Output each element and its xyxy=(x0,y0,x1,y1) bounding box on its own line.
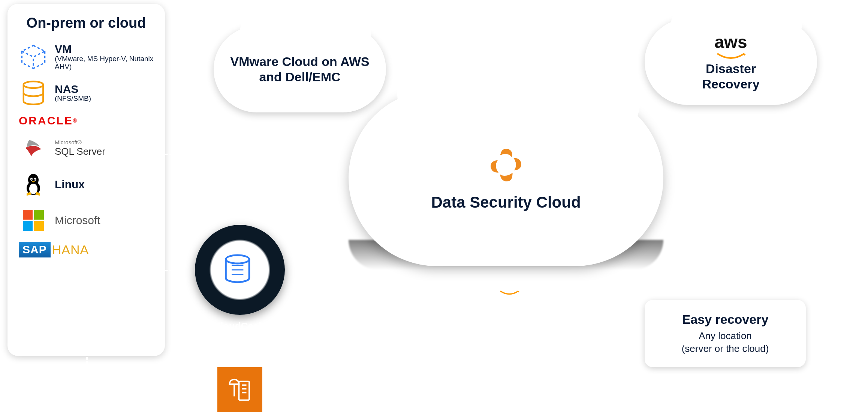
arrow-icon xyxy=(354,266,360,274)
sqlserver-icon xyxy=(19,134,48,163)
oracle-logo: ORACLE xyxy=(19,114,73,127)
druva-knot-icon xyxy=(485,145,527,186)
aws-logo: aws xyxy=(715,32,747,52)
linux-title: Linux xyxy=(55,178,85,190)
tux-icon xyxy=(19,170,48,199)
arrow-icon xyxy=(385,57,391,64)
onprem-item-nas: NAS (NFS/SMB) xyxy=(19,78,154,108)
microsoft-icon xyxy=(19,206,48,235)
cloudcache-label: CloudCache (optional) xyxy=(206,320,277,341)
outposts-icon xyxy=(225,375,255,405)
onprem-item-oracle: ORACLE® xyxy=(19,114,154,127)
onprem-panel: On-prem or cloud VM (VMware, MS Hyper-V,… xyxy=(7,4,165,356)
microsoft-title: Microsoft xyxy=(55,214,100,226)
cloud-vmware: VMware Cloud on AWS and Dell/EMC xyxy=(214,26,386,112)
cube-icon xyxy=(19,42,48,72)
cache-db-icon xyxy=(221,251,259,289)
aws-smile-icon xyxy=(496,290,522,296)
label-lan-speed: LAN-speed RPO/RTO xyxy=(204,199,279,223)
dsc-title: Data Security Cloud xyxy=(431,193,581,211)
label-no-hw-sw: No hardware. No software. xyxy=(174,167,299,179)
sap-hana-logo: SAPHANA xyxy=(19,242,89,257)
dr-line2: Recovery xyxy=(702,76,759,92)
connector xyxy=(588,334,645,335)
connector xyxy=(86,390,217,391)
onprem-item-vm: VM (VMware, MS Hyper-V, Nutanix AHV) xyxy=(19,42,154,72)
connector-cache-right xyxy=(285,270,356,271)
architecture-diagram: On-prem or cloud VM (VMware, MS Hyper-V,… xyxy=(0,0,868,416)
amazon-outposts-node xyxy=(217,367,262,412)
vm-title: VM xyxy=(55,43,154,55)
sqlserver-title: SQL Server xyxy=(55,146,105,157)
svg-point-7 xyxy=(34,179,36,180)
onprem-item-sqlserver: Microsoft® SQL Server xyxy=(19,134,154,163)
connector xyxy=(588,270,590,334)
connector xyxy=(86,357,88,391)
svg-rect-9 xyxy=(239,382,250,400)
svg-point-0 xyxy=(24,81,43,88)
svg-point-6 xyxy=(31,179,33,180)
sqlserver-prefix: Microsoft® xyxy=(55,139,105,146)
vmware-line2: and Dell/EMC xyxy=(259,69,340,85)
connector xyxy=(262,390,450,391)
label-direct-to-cloud: Direct to cloud xyxy=(191,137,258,149)
powered-prefix: powered by xyxy=(446,281,492,292)
nas-sub: (NFS/SMB) xyxy=(55,95,91,103)
dr-line1: Disaster xyxy=(706,61,756,76)
aws-wordmark: aws xyxy=(499,277,520,290)
vm-sub: (VMware, MS Hyper-V, Nutanix AHV) xyxy=(55,55,154,71)
cloud-disaster-recovery: aws Disaster Recovery xyxy=(645,19,817,105)
onprem-title: On-prem or cloud xyxy=(19,15,154,31)
powered-by-aws: powered by aws xyxy=(446,277,522,296)
cloudcache-title: CloudCache xyxy=(206,320,277,332)
database-icon xyxy=(19,78,48,108)
svg-point-8 xyxy=(226,255,250,263)
easy-line1: Any location xyxy=(699,330,752,341)
nas-title: NAS xyxy=(55,83,91,95)
easy-line2: (server or the cloud) xyxy=(682,343,769,354)
onprem-item-microsoft: Microsoft xyxy=(19,206,154,235)
easy-title: Easy recovery xyxy=(682,312,769,327)
onprem-item-linux: Linux xyxy=(19,170,154,199)
vmware-line1: VMware Cloud on AWS xyxy=(230,54,370,69)
easy-recovery-box: Easy recovery Any location (server or th… xyxy=(645,300,806,367)
cloud-data-security: Data Security Cloud xyxy=(349,90,663,266)
aws-smile-icon xyxy=(714,52,748,61)
onprem-item-sap: SAPHANA xyxy=(19,242,154,257)
cloudcache-node xyxy=(195,225,285,315)
cloudcache-sub: (optional) xyxy=(206,332,277,341)
connector-cache-left xyxy=(165,270,199,271)
